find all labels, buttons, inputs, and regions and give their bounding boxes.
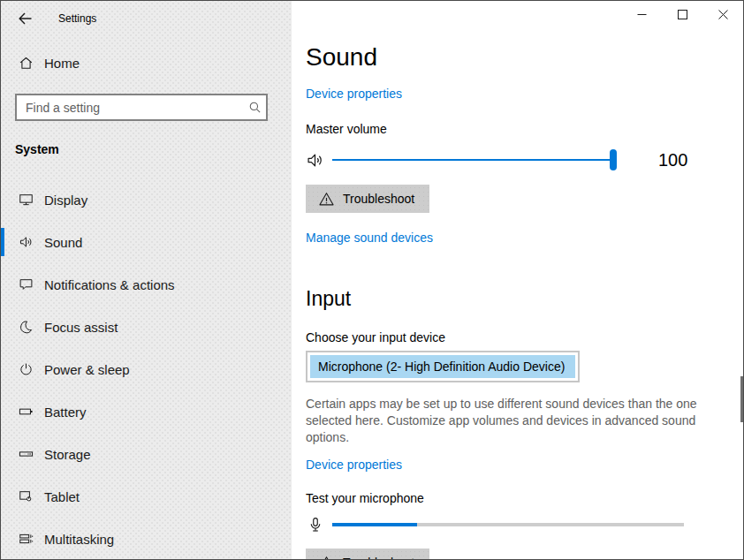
display-icon [19, 193, 34, 208]
slider-thumb[interactable] [610, 149, 617, 170]
test-microphone-label: Test your microphone [306, 491, 743, 505]
page-title: Sound [306, 42, 743, 72]
input-description: Certain apps may be set up to use differ… [306, 396, 710, 446]
sidebar-item-sound[interactable]: Sound [1, 224, 292, 260]
microphone-level-row [306, 513, 743, 536]
sidebar-section-title: System [15, 142, 292, 156]
crescent-moon-icon [19, 320, 34, 335]
troubleshoot-button[interactable]: Troubleshoot [306, 185, 429, 213]
microphone-level-meter [332, 523, 684, 526]
warning-triangle-icon [318, 191, 335, 208]
sidebar-item-focus-assist[interactable]: Focus assist [1, 309, 292, 344]
close-icon [718, 10, 728, 19]
master-volume-value: 100 [658, 150, 687, 170]
main-panel: Sound Device properties Master volume 10… [292, 1, 743, 559]
input-device-properties-link[interactable]: Device properties [306, 458, 402, 472]
multitasking-icon [19, 532, 34, 547]
app-title: Settings [58, 12, 96, 25]
battery-icon [19, 405, 34, 420]
sidebar-item-tablet[interactable]: Tablet [1, 479, 292, 514]
sound-settings-content: Sound Device properties Master volume 10… [292, 1, 743, 560]
sidebar-item-label: Home [44, 56, 80, 71]
speaker-icon [306, 151, 324, 170]
search-input[interactable] [17, 95, 243, 119]
sidebar-item-multitasking[interactable]: Multitasking [1, 521, 292, 556]
sidebar-item-display[interactable]: Display [1, 182, 292, 217]
input-troubleshoot-button[interactable]: Troubleshoot [306, 549, 429, 560]
magnifier-icon[interactable] [243, 101, 266, 114]
speaker-icon [19, 235, 34, 250]
back-arrow-icon [19, 11, 33, 26]
power-icon [19, 362, 34, 377]
minimize-icon [637, 10, 647, 19]
manage-sound-devices-link[interactable]: Manage sound devices [306, 231, 433, 245]
sidebar-nav: Display Sound Notifications & actions Fo… [1, 182, 292, 556]
settings-window: Settings Home System Display [0, 0, 744, 560]
back-button[interactable] [17, 10, 34, 27]
input-section-title: Input [306, 287, 743, 311]
sidebar-item-power-sleep[interactable]: Power & sleep [1, 352, 292, 387]
choose-input-device-label: Choose your input device [306, 330, 743, 344]
search-box [15, 94, 268, 121]
maximize-button[interactable] [662, 1, 702, 28]
sidebar-item-notifications[interactable]: Notifications & actions [1, 267, 292, 302]
input-device-selected-option[interactable]: Microphone (2- High Definition Audio Dev… [310, 355, 575, 378]
sidebar-item-storage[interactable]: Storage [1, 436, 292, 472]
close-button[interactable] [702, 1, 743, 28]
sidebar-item-battery[interactable]: Battery [1, 394, 292, 429]
storage-drive-icon [19, 447, 34, 462]
titlebar-left: Settings [1, 1, 292, 27]
warning-triangle-icon [318, 555, 335, 560]
tablet-icon [19, 489, 34, 504]
notification-bubble-icon [19, 277, 34, 292]
window-controls [621, 1, 743, 28]
master-volume-slider[interactable] [332, 148, 613, 172]
microphone-level-fill [332, 523, 417, 526]
microphone-icon [306, 516, 324, 534]
minimize-button[interactable] [621, 1, 662, 28]
maximize-icon [678, 10, 687, 19]
master-volume-row: 100 [306, 148, 743, 172]
sidebar: Settings Home System Display [1, 1, 292, 559]
scrollbar-thumb[interactable] [740, 376, 743, 422]
input-device-select[interactable]: Microphone (2- High Definition Audio Dev… [306, 351, 580, 382]
home-icon [19, 56, 34, 71]
device-properties-link[interactable]: Device properties [306, 87, 402, 101]
master-volume-label: Master volume [306, 122, 743, 136]
sidebar-item-home[interactable]: Home [1, 47, 292, 79]
